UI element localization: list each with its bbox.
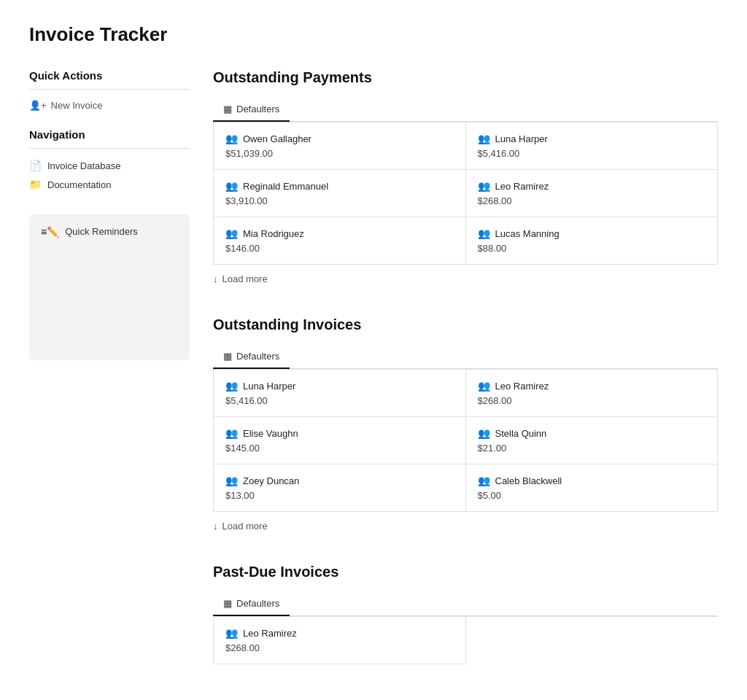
person-icon: 👥 xyxy=(225,627,238,639)
invoice-database-icon: 📄 xyxy=(29,160,42,171)
table-row[interactable]: 👥 Mia Rodriguez $146.00 xyxy=(214,217,466,265)
tab-grid-icon-2: ▦ xyxy=(223,351,232,362)
card-amount: $51,039.00 xyxy=(225,148,454,159)
navigation-title: Navigation xyxy=(29,128,190,141)
tab-grid-icon-3: ▦ xyxy=(223,598,232,609)
table-row[interactable]: 👥 Reginald Emmanuel $3,910.00 xyxy=(214,170,466,217)
card-amount: $146.00 xyxy=(225,243,454,254)
card-name-text: Caleb Blackwell xyxy=(495,475,562,486)
past-due-invoices-tab-bar: ▦ Defaulters xyxy=(213,592,718,616)
person-icon: 👥 xyxy=(225,475,238,486)
outstanding-payments-defaulters-tab[interactable]: ▦ Defaulters xyxy=(213,98,290,122)
card-name-text: Reginald Emmanuel xyxy=(243,181,328,192)
outstanding-payments-load-more[interactable]: ↓ Load more xyxy=(213,265,718,287)
documentation-label: Documentation xyxy=(47,179,111,190)
documentation-icon: 📁 xyxy=(29,179,42,190)
person-icon: 👥 xyxy=(225,133,238,144)
person-icon: 👥 xyxy=(478,427,490,439)
past-due-invoices-title: Past-Due Invoices xyxy=(213,564,718,580)
card-name-text: Leo Ramirez xyxy=(495,381,549,392)
card-name-text: Luna Harper xyxy=(495,133,548,144)
person-icon: 👥 xyxy=(225,228,238,239)
person-icon: 👥 xyxy=(478,180,490,192)
card-amount: $5,416.00 xyxy=(225,395,454,406)
page-title: Invoice Tracker xyxy=(29,23,718,46)
table-row[interactable]: 👥 Luna Harper $5,416.00 xyxy=(214,370,466,417)
outstanding-payments-grid: 👥 Owen Gallagher $51,039.00 👥 Luna Harpe… xyxy=(213,122,718,265)
person-icon: 👥 xyxy=(225,180,238,192)
outstanding-invoices-defaulters-tab[interactable]: ▦ Defaulters xyxy=(213,345,290,369)
card-amount: $145.00 xyxy=(225,443,454,454)
outstanding-invoices-tab-bar: ▦ Defaulters xyxy=(213,345,718,369)
table-row[interactable]: 👥 Owen Gallagher $51,039.00 xyxy=(214,122,466,170)
quick-actions-title: Quick Actions xyxy=(29,69,190,82)
table-row[interactable]: 👥 Luna Harper $5,416.00 xyxy=(466,122,719,170)
card-amount: $13.00 xyxy=(225,490,454,501)
table-row[interactable]: 👥 Stella Quinn $21.00 xyxy=(466,417,719,464)
card-amount: $268.00 xyxy=(478,195,706,206)
new-invoice-button[interactable]: 👤+ New Invoice xyxy=(29,97,190,114)
table-row[interactable]: 👥 Leo Ramirez $268.00 xyxy=(466,370,719,417)
sidebar-item-documentation[interactable]: 📁 Documentation xyxy=(29,175,190,194)
card-amount: $268.00 xyxy=(478,395,706,406)
quick-reminders-box: ≡✏️ Quick Reminders xyxy=(29,214,190,360)
navigation-section: Navigation 📄 Invoice Database 📁 Document… xyxy=(29,128,190,194)
invoice-database-label: Invoice Database xyxy=(47,160,120,171)
card-name-text: Stella Quinn xyxy=(495,428,547,439)
quick-reminders-icon: ≡✏️ xyxy=(41,226,59,238)
card-name-text: Owen Gallagher xyxy=(243,133,311,144)
card-amount: $21.00 xyxy=(478,443,706,454)
load-more-arrow-icon-2: ↓ xyxy=(213,521,218,532)
past-due-invoices-section: Past-Due Invoices ▦ Defaulters 👥 Leo Ram… xyxy=(213,564,718,664)
person-icon: 👥 xyxy=(478,133,490,144)
load-more-arrow-icon: ↓ xyxy=(213,273,218,284)
card-amount: $5.00 xyxy=(478,490,706,501)
card-name-text: Zoey Duncan xyxy=(243,475,299,486)
person-icon: 👥 xyxy=(225,427,238,439)
card-name-text: Leo Ramirez xyxy=(495,181,549,192)
card-amount: $268.00 xyxy=(225,642,454,653)
quick-reminders-label: Quick Reminders xyxy=(65,226,138,237)
new-invoice-icon: 👤+ xyxy=(29,100,47,111)
outstanding-payments-title: Outstanding Payments xyxy=(213,69,718,86)
outstanding-invoices-grid: 👥 Luna Harper $5,416.00 👥 Leo Ramirez $2… xyxy=(213,369,718,512)
person-icon: 👥 xyxy=(478,380,490,392)
tab-grid-icon: ▦ xyxy=(223,104,232,114)
table-row[interactable]: 👥 Leo Ramirez $268.00 xyxy=(466,170,719,217)
card-name-text: Elise Vaughn xyxy=(243,428,298,439)
card-name-text: Mia Rodriguez xyxy=(243,228,304,239)
outstanding-invoices-section: Outstanding Invoices ▦ Defaulters 👥 Luna… xyxy=(213,316,718,534)
outstanding-payments-section: Outstanding Payments ▦ Defaulters 👥 Owen… xyxy=(213,69,718,287)
table-row[interactable]: 👥 Elise Vaughn $145.00 xyxy=(214,417,466,464)
outstanding-invoices-load-more[interactable]: ↓ Load more xyxy=(213,512,718,534)
past-due-invoices-defaulters-tab[interactable]: ▦ Defaulters xyxy=(213,592,290,616)
new-invoice-label: New Invoice xyxy=(51,100,103,111)
card-name-text: Leo Ramirez xyxy=(243,628,297,639)
outstanding-payments-tab-bar: ▦ Defaulters xyxy=(213,98,718,122)
person-icon: 👥 xyxy=(478,228,490,239)
card-name-text: Lucas Manning xyxy=(495,228,560,239)
person-icon: 👥 xyxy=(225,380,238,392)
table-row[interactable]: 👥 Zoey Duncan $13.00 xyxy=(214,464,466,512)
table-row[interactable]: 👥 Leo Ramirez $268.00 xyxy=(214,617,466,664)
card-amount: $88.00 xyxy=(478,243,706,254)
table-row[interactable]: 👥 Caleb Blackwell $5.00 xyxy=(466,464,719,512)
card-name-text: Luna Harper xyxy=(243,381,295,392)
main-content: Outstanding Payments ▦ Defaulters 👥 Owen… xyxy=(213,69,718,693)
sidebar: Quick Actions 👤+ New Invoice Navigation … xyxy=(29,69,190,360)
card-amount: $5,416.00 xyxy=(478,148,706,159)
past-due-invoices-grid: 👥 Leo Ramirez $268.00 xyxy=(213,616,718,664)
table-row[interactable]: 👥 Lucas Manning $88.00 xyxy=(466,217,719,265)
person-icon: 👥 xyxy=(478,475,490,486)
card-amount: $3,910.00 xyxy=(225,195,454,206)
sidebar-item-invoice-database[interactable]: 📄 Invoice Database xyxy=(29,156,190,175)
outstanding-invoices-title: Outstanding Invoices xyxy=(213,316,718,333)
